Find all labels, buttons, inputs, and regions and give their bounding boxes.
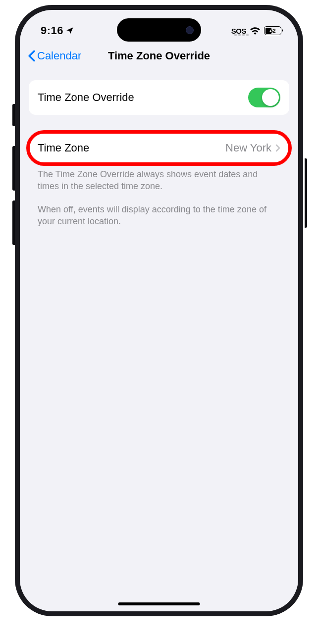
settings-group-timezone: Time Zone New York [29,134,289,162]
footer-paragraph-1: The Time Zone Override always shows even… [38,168,280,193]
footer-paragraph-2: When off, events will display according … [38,203,280,228]
front-camera [186,26,194,34]
pagination-dots [234,34,249,36]
wifi-icon [250,27,261,35]
toggle-knob [262,89,279,106]
dynamic-island [117,18,201,42]
row-detail: New York [225,142,280,154]
timezone-label: Time Zone [38,142,89,154]
battery-icon: 42 [264,26,281,35]
footer-description: The Time Zone Override always shows even… [29,162,289,233]
location-icon [65,26,74,35]
timezone-override-toggle-row[interactable]: Time Zone Override [29,80,289,115]
battery-percent: 42 [269,28,275,34]
chevron-right-icon [275,144,280,152]
page-title: Time Zone Override [108,50,210,62]
back-label: Calendar [37,50,81,62]
toggle-label: Time Zone Override [38,91,134,104]
chevron-left-icon [28,50,36,62]
timezone-row-wrapper: Time Zone New York [29,134,289,162]
back-button[interactable]: Calendar [28,50,81,62]
phone-screen: 9:16 SOS 42 Calendar Time Zone Override [20,10,298,611]
content-area: Time Zone Override Time Zone New York [20,71,298,233]
settings-group-override: Time Zone Override [29,80,289,115]
phone-frame: 9:16 SOS 42 Calendar Time Zone Override [15,5,303,616]
time-text: 9:16 [41,24,63,37]
timezone-row[interactable]: Time Zone New York [29,134,289,162]
phone-power-button [305,158,307,228]
home-indicator[interactable] [118,602,200,605]
navigation-bar: Calendar Time Zone Override [20,41,298,71]
status-time: 9:16 [41,24,74,37]
timezone-override-toggle[interactable] [248,88,280,107]
timezone-value: New York [225,142,271,154]
